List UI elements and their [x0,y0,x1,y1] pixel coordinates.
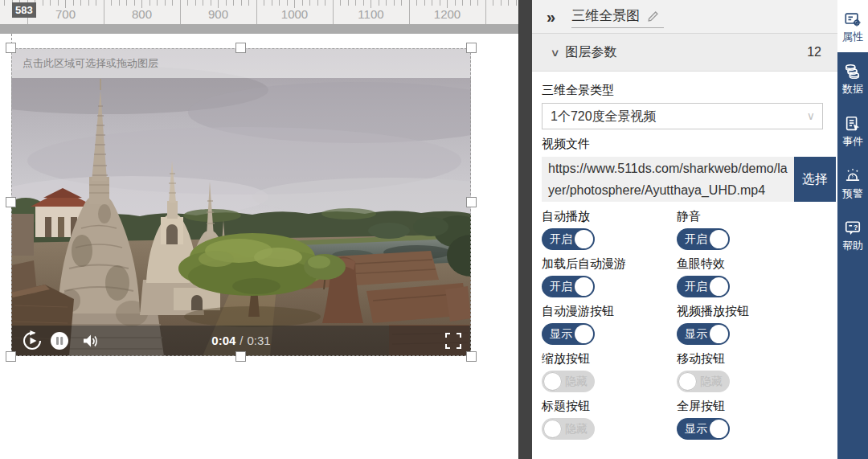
svg-text:700: 700 [55,7,76,21]
alert-icon [844,167,862,185]
resize-handle-n[interactable] [235,43,246,53]
video-time-total: 0:31 [248,334,271,347]
vertical-scrollbar[interactable] [518,0,532,459]
svg-text:1000: 1000 [281,7,308,21]
choose-file-button[interactable]: 选择 [794,157,836,202]
toggle-label: 加载后自动漫游 [542,256,677,272]
chevron-down-icon: ∨ [551,47,560,59]
fullscreen-button-toggle[interactable]: 显示 [677,418,730,440]
toggle-cell: 移动按钮 隐藏 [677,351,837,392]
pause-button[interactable] [48,330,71,352]
toggle-cell: 视频播放按钮 显示 [677,304,837,345]
toggle-knob [575,230,593,248]
toggle-cell: 自动播放 开启 [542,209,677,250]
toggle-knob [543,372,562,391]
toggle-cell: 加载后自动漫游 开启 [542,256,677,297]
pencil-icon [646,9,661,23]
section-title: 图层参数 [566,44,617,61]
type-field-label: 三维全景类型 [542,83,837,98]
sidebar-item-label: 数据 [842,84,863,94]
properties-panel: » 三维全景图 ∨ 图层参数 12 三维全景类型 1个720度全景视频 ∨ 视频… [532,0,837,459]
chevron-down-icon: ∨ [807,104,815,129]
panel-header: » 三维全景图 [532,0,837,34]
toggle-label: 全屏按钮 [677,399,837,414]
sidebar-item-events[interactable]: 事件 [837,105,868,157]
canvas-area: 600700800900100011001200 583 [0,0,518,459]
sidebar-item-alerts[interactable]: 预警 [837,157,868,209]
sidebar-item-label: 属性 [842,31,863,42]
play-button-toggle[interactable]: 显示 [677,323,730,345]
svg-text:?: ? [854,223,858,232]
toggle-label: 自动漫游按钮 [542,304,677,319]
video-field-label: 视频文件 [542,137,837,152]
toggle-knob [575,325,593,343]
volume-button[interactable] [79,330,101,352]
toggle-knob [710,420,728,438]
panel-body: 三维全景类型 1个720度全景视频 ∨ 视频文件 https://www.511… [532,72,837,446]
svg-text:1100: 1100 [358,7,383,21]
panorama-type-value: 1个720度全景视频 [551,109,657,123]
toggle-cell: 全屏按钮 显示 [677,399,837,440]
help-icon: ? [844,219,862,237]
video-time-separator: / [240,334,243,347]
toggle-cell: 缩放按钮 隐藏 [542,351,677,392]
ruler-position-badge: 583 [12,2,36,18]
video-time-current: 0:04 [211,334,235,347]
resize-handle-e[interactable] [466,197,477,207]
zoom-button-toggle[interactable]: 隐藏 [542,371,595,392]
toggle-cell: 静音 开启 [677,209,837,250]
fullscreen-button[interactable] [444,330,463,352]
autoplay-toggle[interactable]: 开启 [542,228,595,250]
fisheye-toggle[interactable]: 开启 [677,276,730,297]
toggle-knob [710,325,728,343]
layer-params-section-header[interactable]: ∨ 图层参数 12 [532,34,837,72]
title-button-toggle[interactable]: 隐藏 [542,418,595,440]
mute-toggle[interactable]: 开启 [677,228,730,250]
toggle-knob [575,277,593,296]
toggle-label: 视频播放按钮 [677,304,837,319]
resize-handle-ne[interactable] [466,43,477,53]
toggle-grid: 自动播放 开启 静音 开启 加载后自动漫游 开启 [542,209,837,446]
database-icon [844,63,862,80]
sidebar-item-help[interactable]: ? 帮助 [837,209,868,261]
panorama-video-preview [11,48,471,356]
move-button-toggle[interactable]: 隐藏 [677,371,730,392]
properties-icon [844,10,862,28]
panorama-layer[interactable]: 点击此区域可选择或拖动图层 [11,48,471,356]
resize-handle-s[interactable] [235,351,246,362]
toggle-label: 自动播放 [542,209,677,224]
toggle-label: 移动按钮 [677,351,837,367]
svg-text:800: 800 [132,7,152,21]
toggle-cell: 自动漫游按钮 显示 [542,304,677,345]
resize-handle-w[interactable] [6,197,16,207]
fullscreen-icon [445,333,461,349]
sidebar-item-label: 帮助 [842,240,863,251]
auto-roam-toggle[interactable]: 开启 [542,276,595,297]
sidebar-item-properties[interactable]: 属性 [837,0,868,52]
toggle-knob [543,420,562,438]
svg-text:1200: 1200 [434,7,461,21]
panorama-type-select[interactable]: 1个720度全景视频 ∨ [542,103,823,129]
sidebar-item-data[interactable]: 数据 [837,52,868,105]
toggle-cell: 标题按钮 隐藏 [542,399,677,440]
rename-button[interactable] [646,9,661,23]
auto-tour-icon [22,330,43,351]
sidebar-item-label: 事件 [842,136,863,146]
events-icon [844,115,862,133]
app-root: 600700800900100011001200 583 [0,0,868,459]
sidebar-item-label: 预警 [842,188,863,199]
video-url-input[interactable]: https://www.511ds.com/sharkweb/demo/laye… [542,157,794,202]
collapse-panel-button[interactable]: » [547,9,555,25]
toggle-knob [710,277,728,296]
horizontal-scrollbar[interactable] [0,24,518,34]
resize-handle-nw[interactable] [6,43,16,53]
roam-button-toggle[interactable]: 显示 [542,323,595,345]
toggle-cell: 鱼眼特效 开启 [677,256,837,297]
resize-handle-sw[interactable] [6,351,16,362]
svg-text:900: 900 [208,7,228,21]
section-count: 12 [807,45,821,59]
auto-tour-button[interactable] [21,330,43,352]
video-file-row: https://www.511ds.com/sharkweb/demo/laye… [542,157,836,202]
ruler: 600700800900100011001200 [0,0,518,24]
resize-handle-se[interactable] [466,351,477,362]
